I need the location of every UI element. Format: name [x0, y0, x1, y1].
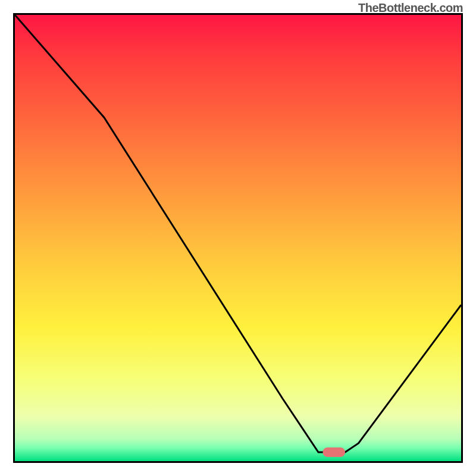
- bottleneck-chart-svg: [15, 15, 461, 461]
- chart-plot-area: [13, 13, 463, 463]
- optimal-marker: [323, 447, 346, 457]
